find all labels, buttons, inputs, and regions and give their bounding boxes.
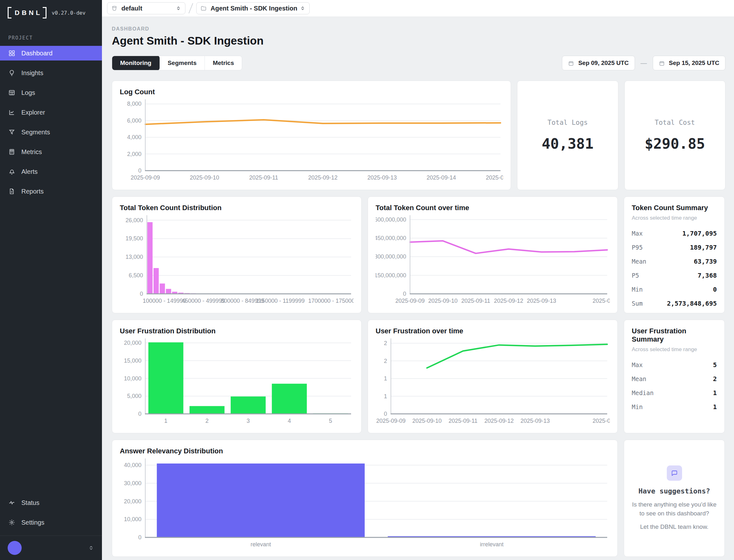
bell-icon [8, 168, 15, 175]
calendar-icon [568, 60, 574, 66]
svg-text:2025-09-15: 2025-09-15 [486, 174, 503, 181]
frustration-distribution-card: User Frustration Distribution 05,00010,0… [112, 320, 361, 433]
folder-icon [200, 5, 207, 11]
svg-text:4: 4 [288, 418, 291, 424]
sidebar: DBNL v0.27.0-dev PROJECT Dashboard Insig… [0, 0, 102, 560]
svg-text:2025-09-12: 2025-09-12 [494, 298, 523, 304]
token-over-time-card: Total Token Count over time 0150,000,000… [368, 196, 618, 313]
lightbulb-icon [8, 69, 15, 76]
stat-value: 40,381 [542, 135, 594, 152]
frustration-distribution-chart: 05,00010,00015,00020,00012345 [120, 337, 353, 427]
svg-text:2025-09-14: 2025-09-14 [427, 174, 456, 181]
token-summary-card: Token Count Summary Across selected time… [624, 196, 725, 313]
stat-value: 1 [713, 403, 717, 411]
logo-letters: DBNL [11, 7, 43, 18]
date-from-input[interactable]: Sep 09, 2025 UTC [562, 56, 635, 70]
pulse-icon [8, 499, 15, 506]
date-to-value: Sep 15, 2025 UTC [669, 60, 719, 67]
sidebar-item-alerts[interactable]: Alerts [0, 164, 102, 179]
app-version: v0.27.0-dev [52, 10, 85, 16]
tab-metrics[interactable]: Metrics [205, 56, 242, 70]
tab-segments[interactable]: Segments [160, 56, 205, 70]
dashboard-select[interactable]: Agent Smith - SDK Ingestion [196, 2, 310, 14]
calculator-icon [8, 148, 15, 155]
svg-text:15,000: 15,000 [124, 358, 141, 364]
sidebar-item-label: Insights [21, 69, 43, 77]
sidebar-item-label: Status [21, 499, 39, 507]
sidebar-item-insights[interactable]: Insights [0, 66, 102, 80]
token-distribution-card: Total Token Count Distribution 06,50013,… [112, 196, 361, 313]
dashboard-icon [8, 50, 15, 57]
svg-text:300,000,000: 300,000,000 [376, 253, 406, 260]
svg-text:1: 1 [384, 375, 387, 382]
sidebar-item-status[interactable]: Status [0, 495, 102, 510]
svg-text:0: 0 [138, 534, 141, 541]
summary-title: Token Count Summary [632, 204, 717, 212]
chart-icon [8, 109, 15, 116]
svg-text:40,000: 40,000 [124, 462, 141, 468]
svg-text:5: 5 [329, 418, 332, 424]
sidebar-item-metrics[interactable]: Metrics [0, 145, 102, 159]
date-from-value: Sep 09, 2025 UTC [578, 60, 629, 67]
chart-title: User Frustration Distribution [120, 327, 353, 335]
summary-subtitle: Across selected time range [632, 215, 717, 221]
stat-key: Mean [632, 258, 646, 265]
stat-key: Max [632, 361, 643, 368]
svg-text:150,000,000: 150,000,000 [376, 272, 406, 279]
user-menu[interactable] [0, 535, 102, 560]
svg-text:6,500: 6,500 [129, 272, 143, 279]
stat-value: 2,573,848,695 [667, 300, 717, 307]
stat-key: Max [632, 230, 643, 237]
stat-key: P5 [632, 272, 639, 279]
stat-value: 1 [713, 389, 717, 397]
stat-value: 0 [713, 286, 717, 293]
svg-text:2025-09-13: 2025-09-13 [527, 298, 556, 304]
svg-text:13,000: 13,000 [125, 254, 143, 260]
sidebar-item-explorer[interactable]: Explorer [0, 105, 102, 120]
project-select-value: default [121, 5, 142, 12]
breadcrumb-slash [189, 3, 193, 13]
gear-icon [8, 519, 15, 526]
svg-text:2025-09-12: 2025-09-12 [308, 174, 337, 181]
svg-text:0: 0 [384, 411, 387, 417]
frustration-over-time-card: User Frustration over time 011222025-09-… [368, 320, 618, 433]
sidebar-item-label: Metrics [21, 148, 42, 156]
svg-text:2025-09-15: 2025-09-15 [593, 418, 610, 424]
tabs-row: Monitoring Segments Metrics Sep 09, 2025… [112, 56, 725, 70]
sidebar-item-label: Segments [21, 129, 50, 136]
sidebar-item-dashboard[interactable]: Dashboard [0, 46, 102, 60]
sidebar-item-segments[interactable]: Segments [0, 125, 102, 139]
svg-text:2: 2 [384, 358, 387, 364]
stat-key: Sum [632, 300, 643, 307]
svg-text:2: 2 [384, 340, 387, 346]
breadcrumb: DASHBOARD [112, 26, 725, 32]
main-content: DASHBOARD Agent Smith - SDK Ingestion Mo… [102, 17, 734, 560]
stat-label: Total Cost [655, 119, 695, 126]
svg-text:20,000: 20,000 [124, 498, 141, 505]
sidebar-item-reports[interactable]: Reports [0, 184, 102, 199]
svg-text:2025-09-13: 2025-09-13 [521, 418, 550, 424]
speech-bubble-icon-box [667, 465, 682, 481]
chart-title: Answer Relevancy Distribution [120, 447, 610, 455]
svg-text:2025-09-09: 2025-09-09 [396, 298, 425, 304]
stat-value: $290.85 [645, 135, 705, 152]
app-logo[interactable]: DBNL v0.27.0-dev [0, 0, 102, 22]
svg-text:20,000: 20,000 [124, 340, 141, 346]
avatar[interactable] [8, 541, 22, 555]
suggestions-text-1: Is there anything else you’d like to see… [630, 500, 719, 518]
sidebar-item-settings[interactable]: Settings [0, 515, 102, 530]
project-select[interactable]: default [107, 2, 185, 14]
relevancy-distribution-card: Answer Relevancy Distribution 010,00020,… [112, 440, 618, 557]
tabs: Monitoring Segments Metrics [112, 56, 242, 70]
svg-text:relevant: relevant [250, 541, 271, 548]
tab-monitoring[interactable]: Monitoring [112, 56, 160, 70]
chart-title: Total Token Count Distribution [120, 204, 353, 212]
date-to-input[interactable]: Sep 15, 2025 UTC [653, 56, 725, 70]
relevancy-distribution-chart: 010,00020,00030,00040,000relevantirrelev… [120, 457, 610, 551]
sidebar-item-logs[interactable]: Logs [0, 85, 102, 100]
stat-key: Min [632, 286, 643, 293]
frustration-over-time-chart: 011222025-09-092025-09-102025-09-112025-… [376, 337, 610, 427]
summary-row: P57,368 [632, 272, 717, 279]
svg-text:1150000 - 1199999: 1150000 - 1199999 [256, 298, 304, 304]
svg-text:0: 0 [138, 167, 141, 174]
